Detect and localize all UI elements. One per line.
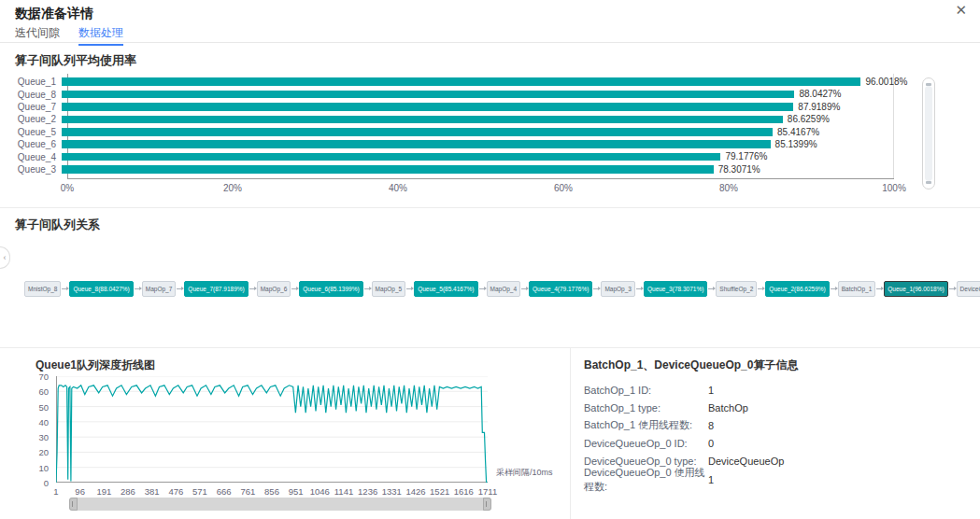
- info-row: BatchOp_1 type:BatchOp: [584, 399, 967, 416]
- datazoom-handle-left[interactable]: [69, 498, 78, 511]
- flow-node-queue[interactable]: Queue_7(87.9189%): [184, 281, 248, 297]
- flow-node-op[interactable]: ShuffleOp_2: [716, 281, 757, 297]
- bar[interactable]: [62, 91, 794, 99]
- bar-value-label: 86.6259%: [788, 113, 830, 125]
- collapse-panel-button[interactable]: ‹: [0, 246, 10, 269]
- bar-value-label: 87.9189%: [798, 101, 840, 113]
- bar-row: Queue_685.1399%: [15, 138, 894, 150]
- x-tick-label: 476: [168, 486, 183, 497]
- bar-value-label: 96.0018%: [865, 76, 907, 88]
- flow-arrow-icon: [62, 288, 68, 289]
- flow-node-op[interactable]: MapOp_6: [257, 281, 291, 297]
- depth-line-chart-svg[interactable]: [56, 376, 488, 483]
- tab-data-processing[interactable]: 数据处理: [78, 25, 123, 46]
- bar-rows: Queue_196.0018%Queue_888.0427%Queue_787.…: [15, 76, 894, 175]
- bar[interactable]: [62, 140, 771, 148]
- flow-node-op[interactable]: MapOp_3: [601, 281, 635, 297]
- bar-track: 78.3071%: [62, 163, 894, 175]
- flow-arrow-icon: [291, 288, 298, 289]
- depth-chart-title: Queue1队列深度折线图: [36, 358, 155, 373]
- info-label: DeviceQueueOp_0 使用线程数:: [584, 466, 708, 494]
- bar-category-label: Queue_7: [15, 102, 62, 112]
- chevron-left-icon: ‹: [4, 253, 7, 262]
- x-tick-label: 100%: [882, 183, 906, 193]
- horizontal-datazoom-slider[interactable]: [69, 498, 491, 511]
- datazoom-handle-top[interactable]: [926, 83, 931, 86]
- bar[interactable]: [62, 77, 860, 86]
- close-icon[interactable]: ✕: [955, 2, 967, 19]
- flow-node-op[interactable]: MapOp_7: [142, 281, 177, 297]
- info-value: 1: [708, 474, 714, 485]
- x-tick-label: 1616: [454, 486, 474, 497]
- flow-arrow-icon: [249, 288, 256, 289]
- data-preparation-details-panel: 数据准备详情 ✕ 迭代间隙 数据处理 算子间队列平均使用率 Queue_196.…: [0, 0, 980, 519]
- info-value: 0: [708, 438, 714, 449]
- y-tick-label: 30: [38, 432, 49, 442]
- info-label: BatchOp_1 ID:: [584, 385, 708, 396]
- flow-node-op[interactable]: BatchOp_1: [838, 281, 876, 297]
- bar[interactable]: [62, 153, 720, 161]
- flow-arrow-icon: [364, 288, 371, 289]
- datazoom-handle-right[interactable]: [483, 498, 491, 511]
- flow-node-queue[interactable]: Queue_8(88.0427%): [69, 281, 133, 297]
- bar[interactable]: [62, 116, 783, 124]
- line-x-tick-labels: 1961912863814765716667618569511046114112…: [56, 486, 488, 498]
- x-tick-label: 1: [53, 486, 58, 497]
- y-tick-label: 50: [38, 401, 49, 412]
- datazoom-track-fill: [925, 86, 932, 181]
- x-tick-label: 191: [96, 486, 111, 497]
- bar[interactable]: [62, 128, 773, 136]
- info-row: DeviceQueueOp_0 ID:0: [584, 435, 967, 453]
- datazoom-handle-bottom[interactable]: [926, 181, 931, 184]
- depth-line-chart[interactable]: [56, 376, 488, 483]
- flow-arrow-icon: [876, 288, 883, 289]
- vertical-datazoom-slider[interactable]: [922, 77, 935, 189]
- bar[interactable]: [62, 103, 793, 111]
- flow-arrow-icon: [636, 288, 643, 289]
- bar-value-label: 85.4167%: [777, 126, 819, 138]
- flow-arrow-icon: [708, 288, 715, 289]
- flow-node-queue[interactable]: Queue_1(96.0018%): [884, 281, 947, 297]
- flow-node-queue[interactable]: Queue_2(86.6259%): [765, 281, 829, 297]
- flow-node-op[interactable]: MapOp_4: [487, 281, 521, 297]
- op-info-title: BatchOp_1、DeviceQueueOp_0算子信息: [584, 358, 798, 373]
- tab-step-interval[interactable]: 迭代间隙: [15, 25, 60, 44]
- flow-node-queue[interactable]: Queue_3(78.3071%): [644, 281, 707, 297]
- flow-arrow-icon: [758, 288, 764, 289]
- flow-node-queue[interactable]: Queue_4(79.1776%): [529, 281, 592, 297]
- bar-row: Queue_286.6259%: [15, 113, 894, 125]
- x-tick-label: 60%: [554, 183, 573, 193]
- flow-arrow-icon: [949, 288, 956, 289]
- bar-category-label: Queue_4: [15, 152, 62, 162]
- bar-x-tick-labels: 0%20%40%60%80%100%: [67, 183, 894, 196]
- x-tick-label: 1711: [478, 486, 497, 497]
- bar-track: 85.1399%: [62, 138, 894, 150]
- info-row: DeviceQueueOp_0 使用线程数:1: [584, 470, 967, 488]
- flow-node-queue[interactable]: Queue_6(85.1399%): [299, 281, 362, 297]
- flow-node-op[interactable]: MapOp_5: [372, 281, 406, 297]
- bar-row: Queue_196.0018%: [15, 76, 894, 88]
- y-tick-label: 20: [38, 447, 49, 457]
- flow-node-op[interactable]: DeviceQueueOp_0: [957, 281, 980, 297]
- flow-arrow-icon: [521, 288, 528, 289]
- bar[interactable]: [62, 165, 714, 174]
- vertical-divider: [570, 348, 571, 519]
- info-value: 8: [708, 420, 714, 431]
- flow-node-queue[interactable]: Queue_5(85.4167%): [414, 281, 477, 297]
- flow-arrow-icon: [406, 288, 413, 289]
- flow-arrow-icon: [177, 288, 183, 289]
- bar-row: Queue_378.3071%: [15, 163, 894, 175]
- bar-row: Queue_787.9189%: [15, 101, 894, 113]
- y-tick-label: 0: [44, 478, 49, 488]
- queue-usage-bar-chart[interactable]: Queue_196.0018%Queue_888.0427%Queue_787.…: [15, 74, 894, 201]
- y-tick-label: 70: [38, 372, 49, 382]
- x-tick-label: 20%: [223, 183, 242, 193]
- y-tick-label: 60: [38, 386, 49, 397]
- bar-category-label: Queue_5: [15, 127, 62, 137]
- bar-track: 86.6259%: [62, 113, 894, 125]
- info-value: DeviceQueueOp: [708, 456, 784, 467]
- bar-value-label: 85.1399%: [775, 138, 817, 150]
- flow-node-op[interactable]: MnistOp_8: [24, 281, 61, 297]
- y-tick-label: 40: [38, 416, 49, 427]
- bar-row: Queue_888.0427%: [15, 88, 894, 100]
